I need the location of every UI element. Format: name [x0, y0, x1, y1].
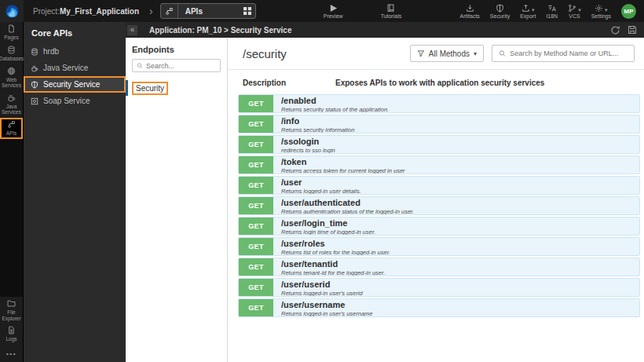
endpoint-row[interactable]: GET /user/userid Returns logged-in user'…: [238, 278, 640, 297]
export-button[interactable]: ▾ Export: [520, 3, 536, 19]
sidebar-more-button[interactable]: •••: [0, 345, 23, 362]
search-icon: [137, 62, 143, 69]
endpoint-description: Returns security status of the applicati…: [281, 107, 389, 113]
service-header: /security All Methods ▾: [228, 38, 644, 70]
endpoints-search-input[interactable]: [146, 62, 216, 70]
description-label: Description: [243, 79, 335, 87]
endpoint-row[interactable]: GET /info Returns security information: [238, 115, 640, 133]
core-api-item-java-service[interactable]: Java Service: [24, 60, 126, 76]
sidebar-item-java-services[interactable]: Java Services: [0, 91, 23, 118]
core-api-item-hrdb[interactable]: hrdb: [24, 43, 126, 60]
endpoint-description: Returns list of roles for the logged-in …: [281, 250, 390, 256]
method-badge: GET: [239, 299, 273, 316]
method-badge: GET: [239, 238, 273, 255]
artifacts-download-icon: [466, 3, 474, 13]
collapse-panel-button[interactable]: «: [127, 25, 137, 35]
endpoint-path: /user/userid: [281, 280, 363, 289]
endpoints-title: Endpoints: [126, 38, 227, 59]
project-label: Project:: [33, 7, 60, 16]
chevron-right-icon: ›: [149, 5, 153, 16]
refresh-button[interactable]: [610, 25, 620, 35]
endpoint-row[interactable]: GET /enabled Returns security status of …: [238, 94, 640, 113]
coffee-icon: [7, 93, 16, 102]
endpoint-description: Returns access token for current logged …: [281, 168, 405, 174]
user-avatar[interactable]: MP: [621, 4, 636, 19]
settings-button[interactable]: ▾ Settings: [591, 3, 611, 19]
save-button[interactable]: [628, 25, 637, 35]
search-icon: [499, 49, 506, 57]
refresh-icon: [610, 25, 620, 35]
globe-icon: [7, 67, 16, 75]
sidebar-item-logs[interactable]: Logs: [0, 324, 23, 345]
top-bar-right-actions: Artifacts Security ▾ Export I18N ▾ VCS ▾…: [460, 3, 644, 19]
sidebar-item-apis[interactable]: APIs: [0, 118, 23, 139]
endpoint-description: Returns tenant-id for the logged-in user…: [281, 270, 385, 276]
chevron-down-icon: ▾: [474, 50, 477, 57]
vcs-button[interactable]: ▾ VCS: [568, 3, 581, 19]
sidebar-item-databases[interactable]: Databases: [0, 43, 23, 64]
endpoint-description: redirects to sso login: [281, 148, 335, 154]
endpoint-path: /ssologin: [281, 137, 335, 146]
endpoint-path: /user/tenantid: [281, 260, 385, 269]
app-logo[interactable]: [0, 0, 24, 22]
chevron-down-icon: ▾: [532, 7, 535, 13]
endpoint-list: GET /enabled Returns security status of …: [228, 94, 644, 317]
core-apis-panel: Core APIs hrdb Java Service Security Ser…: [24, 22, 126, 362]
method-badge: GET: [239, 115, 273, 133]
endpoint-nav-item-security[interactable]: Security: [126, 81, 227, 95]
play-icon: [329, 3, 338, 13]
sidebar-item-web-services[interactable]: Web Services: [0, 64, 23, 91]
core-api-item-security-service[interactable]: Security Service: [24, 76, 126, 93]
endpoint-row[interactable]: GET /user/username Returns logged-in use…: [238, 298, 640, 317]
method-search-input[interactable]: [510, 49, 628, 57]
endpoint-row[interactable]: GET /user/roles Returns list of roles fo…: [238, 237, 640, 256]
artifacts-button[interactable]: Artifacts: [460, 3, 480, 19]
tutorials-label: Tutorials: [381, 13, 402, 19]
security-button[interactable]: Security: [490, 3, 510, 19]
endpoint-row[interactable]: GET /user/tenantid Returns tenant-id for…: [238, 258, 640, 276]
description-text: Exposes APIs to work with application se…: [335, 79, 544, 87]
folder-icon: [7, 299, 16, 308]
endpoint-description: Returns logged-in user details.: [281, 188, 361, 195]
sidebar-spacer: [0, 139, 23, 297]
log-file-icon: [7, 326, 16, 335]
api-icon: [161, 4, 178, 18]
preview-label: Preview: [324, 13, 343, 19]
grid-icon[interactable]: [240, 7, 255, 15]
preview-button[interactable]: Preview: [324, 3, 343, 19]
funnel-icon: [417, 49, 425, 57]
endpoint-nav-label: Security: [132, 82, 168, 95]
method-badge: GET: [239, 95, 273, 112]
method-search[interactable]: [492, 45, 635, 62]
endpoints-search[interactable]: [132, 59, 221, 72]
methods-filter-dropdown[interactable]: All Methods ▾: [410, 45, 484, 62]
endpoint-row[interactable]: GET /ssologin redirects to sso login: [238, 135, 640, 154]
endpoint-row[interactable]: GET /user/login_time Returns login time …: [238, 217, 640, 236]
soap-service-icon: [31, 97, 38, 105]
page-icon: [7, 24, 16, 33]
method-badge: GET: [239, 136, 273, 153]
sidebar-item-file-explorer[interactable]: File Explorer: [0, 297, 23, 324]
method-badge: GET: [239, 218, 273, 235]
endpoint-path: /user: [281, 178, 361, 187]
endpoint-description: Returns logged-in user's userid: [281, 291, 363, 297]
wavemaker-studio-window: Project:My_First_Application › APIs Prev…: [0, 0, 644, 362]
sidebar-item-pages[interactable]: Pages: [0, 22, 23, 43]
sidebar-top-group: Pages Databases Web Services Java Servic…: [0, 22, 23, 139]
endpoint-row[interactable]: GET /token Returns access token for curr…: [238, 155, 640, 174]
endpoint-path: /token: [281, 158, 405, 166]
tab-apis[interactable]: APIs: [160, 3, 256, 19]
core-api-item-soap-service[interactable]: Soap Service: [24, 93, 126, 109]
api-icon: [7, 120, 16, 129]
tutorials-button[interactable]: Tutorials: [381, 3, 402, 19]
tutorials-icon: [386, 3, 395, 13]
method-badge: GET: [239, 156, 273, 174]
coffee-icon: [31, 64, 38, 72]
endpoint-description: Returns security information: [281, 127, 354, 133]
endpoint-row[interactable]: GET /user/authenticated Returns authenti…: [238, 196, 640, 215]
method-badge: GET: [239, 258, 273, 276]
endpoint-row[interactable]: GET /user Returns logged-in user details…: [238, 176, 640, 195]
i18n-button[interactable]: I18N: [546, 3, 558, 19]
shield-icon: [31, 81, 38, 89]
breadcrumb: Application: PM_10 > Security Service: [149, 26, 291, 35]
